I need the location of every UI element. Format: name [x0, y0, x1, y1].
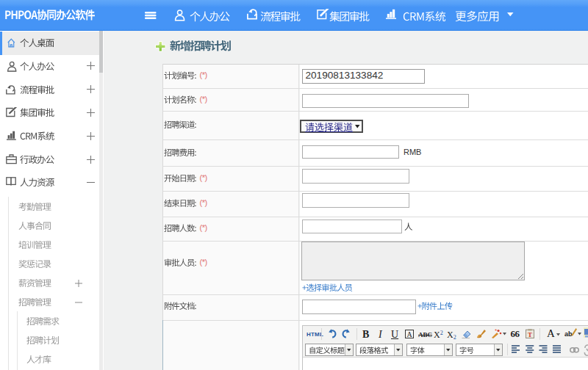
svg-text:T: T [527, 330, 531, 338]
